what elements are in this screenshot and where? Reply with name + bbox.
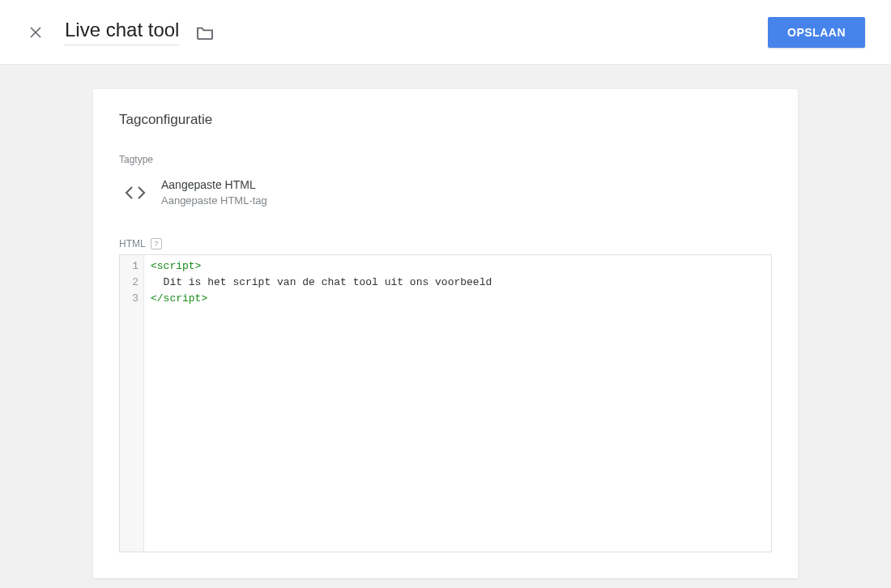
- html-label: HTML: [119, 238, 146, 249]
- code-icon: [119, 177, 151, 209]
- tagtype-text: Aangepaste HTML Aangepaste HTML-tag: [161, 177, 267, 208]
- header: Live chat tool OPSLAAN: [0, 0, 891, 65]
- folder-icon[interactable]: [195, 23, 215, 42]
- page-title-input[interactable]: Live chat tool: [65, 19, 179, 45]
- tagtype-label: Tagtype: [119, 154, 772, 165]
- help-icon[interactable]: ?: [151, 238, 162, 249]
- code-editor[interactable]: 123 <script> Dit is het script van de ch…: [119, 254, 772, 552]
- section-title: Tagconfiguratie: [119, 112, 772, 128]
- close-icon[interactable]: [26, 23, 45, 42]
- content-area: Tagconfiguratie Tagtype Aangepaste HTML …: [0, 65, 891, 578]
- html-label-row: HTML ?: [119, 238, 772, 249]
- tagtype-selector[interactable]: Aangepaste HTML Aangepaste HTML-tag: [119, 177, 772, 209]
- tag-config-card: Tagconfiguratie Tagtype Aangepaste HTML …: [93, 89, 798, 578]
- tagtype-desc: Aangepaste HTML-tag: [161, 194, 267, 208]
- code-gutter: 123: [120, 255, 144, 552]
- tagtype-name: Aangepaste HTML: [161, 177, 267, 194]
- save-button[interactable]: OPSLAAN: [768, 17, 865, 48]
- code-area[interactable]: <script> Dit is het script van de chat t…: [144, 255, 771, 552]
